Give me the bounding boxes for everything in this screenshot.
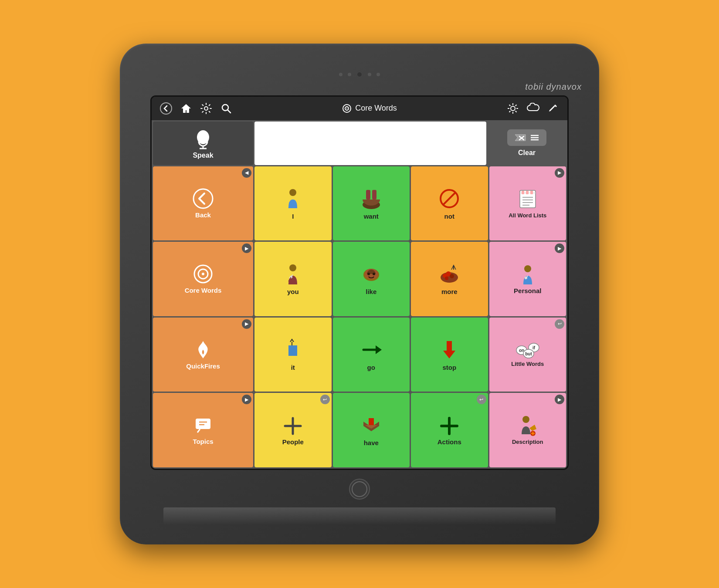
people-arrow-badge: ↩ xyxy=(320,395,330,404)
description-arrow-badge: ▶ xyxy=(555,395,564,404)
cell-have[interactable]: have xyxy=(333,393,410,467)
svg-point-61 xyxy=(525,277,527,279)
cell-actions[interactable]: ↩ Actions xyxy=(411,393,488,467)
svg-rect-42 xyxy=(526,191,529,194)
label-little-words: Little Words xyxy=(511,361,544,368)
svg-line-3 xyxy=(228,110,231,113)
quickfires-cell[interactable]: ▶ QuickFires xyxy=(153,318,253,392)
icon-all-word-lists xyxy=(516,188,539,210)
icon-you xyxy=(281,262,305,286)
speak-cell[interactable]: Speak xyxy=(153,122,253,165)
core-words-arrow-badge: ▶ xyxy=(242,243,251,253)
icon-want xyxy=(359,186,383,211)
clear-cell[interactable]: Clear xyxy=(488,122,566,165)
svg-marker-65 xyxy=(376,345,382,354)
cell-more[interactable]: more xyxy=(411,242,488,316)
label-stop: stop xyxy=(442,364,456,372)
edit-icon[interactable] xyxy=(546,101,560,116)
label-actions: Actions xyxy=(438,438,461,446)
cell-it[interactable]: it xyxy=(254,318,332,392)
quickfires-icon xyxy=(192,339,214,361)
svg-point-48 xyxy=(289,264,296,271)
label-not: not xyxy=(444,213,454,220)
label-people: People xyxy=(282,438,304,446)
quickfires-label: QuickFires xyxy=(186,362,220,370)
icon-people xyxy=(281,414,305,436)
svg-text:but: but xyxy=(525,351,532,356)
cell-want[interactable]: want xyxy=(333,166,410,241)
svg-point-77 xyxy=(522,416,529,423)
svg-rect-34 xyxy=(366,190,370,199)
svg-line-15 xyxy=(509,111,511,112)
back-label: Back xyxy=(195,211,211,219)
icon-i xyxy=(281,186,305,211)
svg-point-32 xyxy=(289,189,296,196)
cell-go[interactable]: go xyxy=(333,318,410,392)
top-row: Clear xyxy=(254,122,566,165)
svg-point-19 xyxy=(193,189,213,208)
cell-little-words[interactable]: ↩ on if but Little Words xyxy=(489,318,566,392)
core-words-label: Core Words xyxy=(185,287,222,294)
svg-rect-35 xyxy=(372,190,376,199)
icon-little-words: on if but xyxy=(516,341,540,359)
svg-point-6 xyxy=(346,108,347,109)
home-button[interactable] xyxy=(349,479,370,500)
label-go: go xyxy=(367,364,375,372)
quickfires-arrow-badge: ▶ xyxy=(242,319,251,329)
right-area: Clear I xyxy=(254,122,566,467)
cell-you[interactable]: you xyxy=(254,242,332,316)
icon-not xyxy=(437,186,461,211)
back-icon xyxy=(192,188,214,210)
topics-icon xyxy=(192,414,214,436)
brightness-icon[interactable] xyxy=(505,101,520,116)
cell-i[interactable]: I xyxy=(254,166,332,241)
label-description: Description xyxy=(512,439,543,446)
cell-all-word-lists[interactable]: ▶ A xyxy=(489,166,566,241)
cell-description[interactable]: ▶ Description xyxy=(489,393,566,467)
icon-description xyxy=(516,414,540,437)
home-button-inner xyxy=(352,481,367,497)
cell-like[interactable]: like xyxy=(333,242,410,316)
core-words-cell[interactable]: ▶ Core Words xyxy=(153,242,253,316)
content-row-4: ↩ People xyxy=(254,393,566,467)
svg-rect-41 xyxy=(522,191,524,194)
icon-it xyxy=(281,338,305,362)
cloud-icon[interactable] xyxy=(526,101,540,116)
dot-4 xyxy=(376,73,380,76)
label-you: you xyxy=(287,288,299,296)
all-word-lists-arrow-badge: ▶ xyxy=(555,168,564,178)
text-input[interactable] xyxy=(254,122,486,165)
back-cell[interactable]: ◀ Back xyxy=(153,166,253,241)
cell-stop[interactable]: stop xyxy=(411,318,488,392)
label-like: like xyxy=(366,288,376,296)
label-want: want xyxy=(364,213,379,220)
icon-more xyxy=(437,262,461,286)
svg-rect-74 xyxy=(369,418,374,425)
clear-icon-box xyxy=(507,129,546,146)
svg-rect-23 xyxy=(196,419,210,429)
dot-1 xyxy=(339,73,343,76)
cell-personal[interactable]: ▶ Personal xyxy=(489,242,566,316)
settings-nav-icon[interactable] xyxy=(199,101,214,116)
svg-text:if: if xyxy=(532,345,536,350)
topics-cell[interactable]: ▶ Topics xyxy=(153,393,253,467)
clear-label: Clear xyxy=(518,149,536,157)
svg-point-57 xyxy=(450,274,454,278)
label-i: I xyxy=(292,213,294,220)
svg-point-22 xyxy=(202,273,204,275)
cell-people[interactable]: ↩ People xyxy=(254,393,332,467)
back-nav-icon[interactable] xyxy=(159,101,173,116)
home-nav-icon[interactable] xyxy=(179,101,193,116)
search-nav-icon[interactable] xyxy=(219,101,234,116)
content-row-2: you like xyxy=(254,242,566,316)
svg-line-38 xyxy=(443,193,455,205)
cell-not[interactable]: not xyxy=(411,166,488,241)
icon-go xyxy=(359,338,383,362)
svg-point-1 xyxy=(204,107,208,110)
screen: Core Words xyxy=(150,95,569,470)
svg-line-12 xyxy=(509,105,511,106)
speak-label: Speak xyxy=(193,151,213,159)
dot-3 xyxy=(368,73,371,76)
svg-point-7 xyxy=(511,106,515,111)
svg-rect-62 xyxy=(288,345,297,356)
